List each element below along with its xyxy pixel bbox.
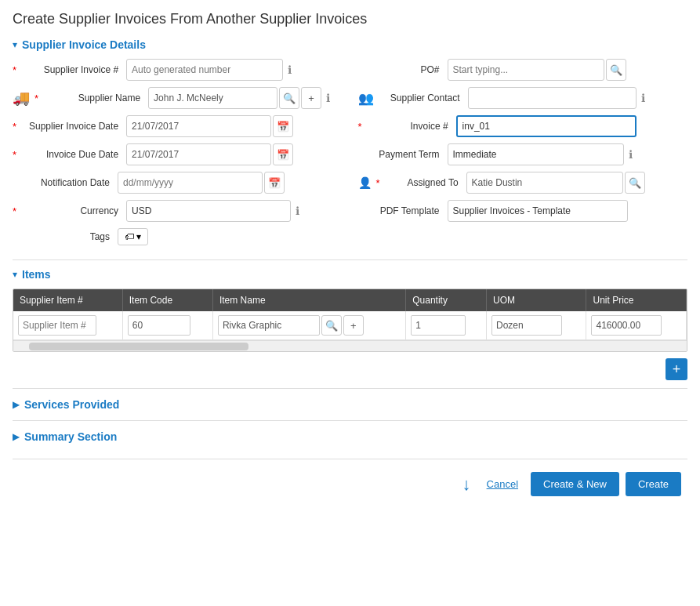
supplier-name-search-button[interactable]: 🔍 — [279, 87, 299, 109]
uom-cell — [486, 311, 586, 340]
invoice-due-date-calendar-button[interactable]: 📅 — [273, 143, 293, 165]
invoice-due-date-row: * Invoice Due Date 📅 — [13, 143, 343, 165]
table-scrollbar[interactable] — [13, 340, 687, 351]
tags-button[interactable]: 🏷 ▾ — [118, 228, 148, 245]
cancel-button[interactable]: Cancel — [481, 474, 524, 495]
unit-price-cell — [586, 311, 687, 340]
supplier-name-row: 🚚 * Supplier Name 🔍 + ℹ — [13, 87, 343, 109]
pdf-template-label: PDF Template — [358, 205, 444, 216]
notification-date-input[interactable] — [118, 172, 263, 194]
item-name-cell: 🔍 + — [212, 311, 405, 340]
po-num-input[interactable] — [448, 59, 604, 81]
arrow-down-icon: ↓ — [462, 474, 471, 495]
notification-date-calendar-button[interactable]: 📅 — [264, 172, 285, 194]
supplier-name-add-button[interactable]: + — [301, 87, 321, 109]
supplier-invoice-details-section[interactable]: ▾ Supplier Invoice Details — [13, 38, 687, 51]
required-marker: * — [34, 93, 38, 104]
create-and-new-button[interactable]: Create & New — [531, 472, 619, 496]
supplier-invoice-num-row: * Supplier Invoice # ℹ — [13, 59, 343, 81]
supplier-invoice-num-input[interactable] — [126, 59, 283, 81]
assigned-to-search-button[interactable]: 🔍 — [625, 172, 645, 194]
required-marker: * — [13, 205, 16, 217]
uom-input[interactable] — [491, 315, 562, 336]
page-title: Create Supplier Invoices From Another Su… — [13, 11, 687, 27]
tag-dropdown-icon: ▾ — [136, 231, 141, 242]
supplier-name-label: Supplier Name — [43, 93, 145, 103]
col-unit-price: Unit Price — [586, 289, 687, 311]
required-marker: * — [376, 177, 380, 189]
supplier-contact-group — [468, 87, 637, 109]
supplier-invoice-date-input[interactable] — [126, 115, 271, 137]
services-section-label: Services Provided — [24, 398, 119, 411]
pdf-template-group: Supplier Invoices - Template — [448, 200, 628, 222]
invoice-due-date-label: Invoice Due Date — [21, 149, 123, 160]
create-button[interactable]: Create — [626, 472, 681, 496]
notification-date-label: Notification Date — [13, 177, 114, 188]
add-row-button[interactable]: + — [666, 358, 687, 380]
truck-icon: 🚚 — [13, 89, 30, 107]
quantity-input[interactable] — [411, 315, 466, 336]
notification-date-group: 📅 — [118, 172, 285, 194]
item-name-input[interactable] — [218, 315, 320, 336]
item-name-add-button[interactable]: + — [343, 315, 364, 336]
items-table-wrap: Supplier Item # Item Code Item Name Quan… — [13, 288, 687, 352]
supplier-name-info-icon: ℹ — [326, 92, 330, 104]
item-code-cell — [122, 311, 212, 340]
currency-label: Currency — [21, 205, 123, 216]
invoice-num-input[interactable] — [456, 115, 637, 137]
required-marker: * — [13, 64, 16, 76]
assigned-to-icon: 👤 — [358, 176, 372, 189]
tags-label: Tags — [13, 231, 114, 242]
tags-row: Tags 🏷 ▾ — [13, 228, 343, 245]
currency-select[interactable]: USD — [126, 200, 291, 222]
currency-info-icon: ℹ — [296, 205, 299, 217]
section-divider-3 — [13, 420, 687, 421]
col-item-code: Item Code — [122, 289, 212, 311]
supplier-invoice-date-group: 📅 — [126, 115, 293, 137]
payment-term-select[interactable]: Immediate — [448, 143, 624, 165]
items-table: Supplier Item # Item Code Item Name Quan… — [13, 289, 687, 340]
supplier-invoice-date-label: Supplier Invoice Date — [21, 121, 123, 132]
summary-toggle-icon: ▶ — [13, 431, 20, 442]
services-provided-section[interactable]: ▶ Services Provided — [13, 398, 687, 411]
item-name-group: 🔍 + — [218, 315, 401, 336]
supplier-contact-info-icon: ℹ — [641, 92, 645, 104]
required-marker: * — [358, 121, 362, 132]
supplier-name-group: 🔍 + — [148, 87, 321, 109]
summary-section[interactable]: ▶ Summary Section — [13, 430, 687, 443]
currency-group: USD — [126, 200, 291, 222]
pdf-template-row: PDF Template Supplier Invoices - Templat… — [358, 200, 688, 222]
assigned-to-row: 👤 * Assigned To 🔍 — [358, 172, 688, 194]
invoice-due-date-group: 📅 — [126, 143, 293, 165]
section-divider-2 — [13, 388, 687, 389]
supplier-invoice-num-info-icon: ℹ — [288, 64, 292, 76]
supplier-contact-row: 👥 Supplier Contact ℹ — [358, 87, 688, 109]
item-code-input[interactable] — [128, 315, 190, 336]
assigned-to-input[interactable] — [466, 172, 623, 194]
quantity-cell — [406, 311, 487, 340]
currency-row: * Currency USD ℹ — [13, 200, 343, 222]
po-num-group: 🔍 — [448, 59, 626, 81]
invoice-due-date-input[interactable] — [126, 143, 271, 165]
col-uom: UOM — [486, 289, 586, 311]
contact-icon: 👥 — [358, 91, 374, 106]
item-name-search-button[interactable]: 🔍 — [321, 315, 342, 336]
items-section-header[interactable]: ▾ Items — [13, 268, 687, 281]
services-toggle-icon: ▶ — [13, 399, 20, 410]
payment-term-group: Immediate — [448, 143, 624, 165]
supplier-invoice-date-calendar-button[interactable]: 📅 — [273, 115, 293, 137]
supplier-contact-select[interactable] — [468, 87, 637, 109]
po-num-search-button[interactable]: 🔍 — [606, 59, 626, 81]
supplier-item-input[interactable] — [18, 315, 96, 336]
supplier-name-input[interactable] — [148, 87, 277, 109]
pdf-template-select[interactable]: Supplier Invoices - Template — [448, 200, 628, 222]
assigned-to-group: 🔍 — [466, 172, 645, 194]
payment-term-label: Payment Term — [358, 149, 444, 160]
tag-icon: 🏷 — [125, 231, 134, 242]
scroll-thumb — [29, 343, 248, 350]
col-quantity: Quantity — [406, 289, 487, 311]
table-row: 🔍 + — [13, 311, 687, 340]
unit-price-input[interactable] — [591, 315, 662, 336]
supplier-invoice-date-row: * Supplier Invoice Date 📅 — [13, 115, 343, 137]
items-section-toggle-icon: ▾ — [13, 269, 17, 280]
